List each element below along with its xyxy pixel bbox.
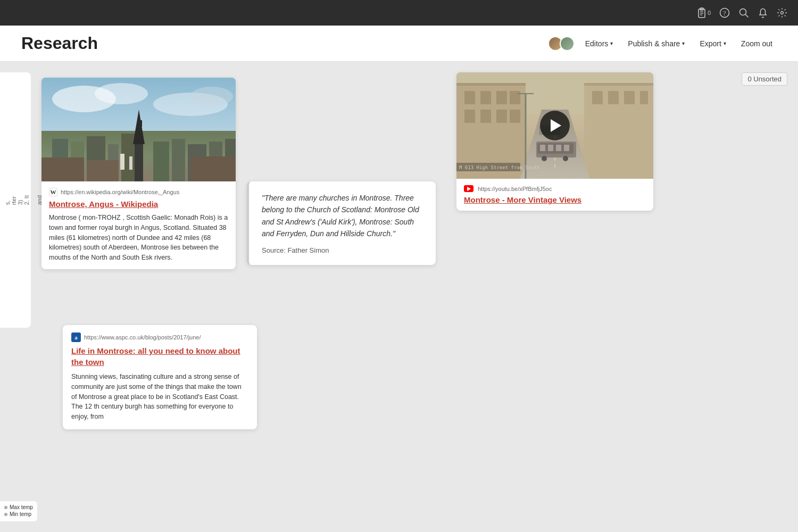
header: Research Editors ▾ Publish & share ▾ Exp…	[0, 26, 798, 62]
weather-min-label: Min temp	[10, 511, 31, 517]
svg-point-14	[190, 87, 233, 106]
svg-text:?: ?	[723, 10, 726, 17]
left-panel-text: s, rter 3) 2. It and d ut .	[4, 195, 27, 205]
export-label: Export	[700, 39, 721, 48]
svg-point-9	[781, 12, 784, 14]
wiki-description: Montrose ( mon-TROHZ , Scottish Gaelic: …	[49, 213, 228, 263]
chevron-down-icon-3: ▾	[724, 40, 726, 46]
clipboard-icon[interactable]: 0	[697, 7, 711, 18]
svg-rect-25	[172, 139, 185, 181]
video-thumbnail[interactable]: M 613 High Street from South	[456, 72, 653, 179]
weather-widget: Max temp Min temp	[0, 501, 37, 521]
svg-rect-32	[120, 154, 124, 170]
export-dropdown[interactable]: Export ▾	[695, 36, 730, 51]
weather-min-dot	[4, 513, 7, 516]
weather-max-row: Max temp	[4, 504, 33, 510]
chevron-down-icon: ▾	[610, 40, 613, 46]
editors-label: Editors	[585, 39, 609, 48]
quote-source: Source: Father Simon	[262, 246, 425, 254]
aspc-url: https://www.aspc.co.uk/blog/posts/2017/j…	[84, 334, 201, 340]
svg-text:M 613  High Street from South: M 613 High Street from South	[459, 165, 540, 170]
help-icon[interactable]: ?	[719, 7, 730, 18]
wiki-title[interactable]: Montrose, Angus - Wikipedia	[49, 200, 228, 209]
svg-rect-24	[153, 142, 169, 181]
play-button[interactable]	[540, 111, 570, 140]
wiki-card-image	[41, 78, 236, 181]
search-icon[interactable]	[738, 7, 749, 18]
aspc-card-body: a https://www.aspc.co.uk/blog/posts/2017…	[63, 325, 257, 429]
svg-rect-45	[510, 110, 520, 123]
editors-avatars	[548, 36, 575, 51]
weather-min-row: Min temp	[4, 511, 33, 517]
wiki-source-row: W https://en.wikipedia.org/wiki/Montrose…	[49, 188, 228, 196]
svg-rect-44	[496, 110, 507, 123]
quote-text: "There are many churches in Montrose. Th…	[262, 192, 425, 240]
topbar: 0 ?	[0, 0, 798, 26]
publish-label: Publish & share	[628, 39, 680, 48]
svg-rect-48	[592, 91, 603, 104]
svg-rect-33	[129, 156, 132, 170]
play-icon	[551, 119, 561, 132]
zoom-out-button[interactable]: Zoom out	[737, 36, 777, 51]
video-url: https://youtu.be/xPfBmfjJ5oc	[478, 186, 552, 192]
bell-icon[interactable]	[758, 7, 768, 18]
video-card: M 613 High Street from South https://you…	[456, 72, 653, 211]
left-panel: s, rter 3) 2. It and d ut .	[0, 72, 31, 328]
video-card-body: https://youtu.be/xPfBmfjJ5oc Montrose - …	[456, 179, 653, 211]
svg-rect-38	[464, 91, 475, 104]
svg-rect-50	[624, 91, 635, 104]
editors-dropdown[interactable]: Editors ▾	[581, 36, 618, 51]
svg-rect-37	[456, 83, 526, 86]
quote-card: "There are many churches in Montrose. Th…	[247, 181, 436, 265]
svg-rect-51	[640, 91, 648, 104]
aspc-source-row: a https://www.aspc.co.uk/blog/posts/2017…	[71, 332, 248, 342]
svg-rect-41	[510, 91, 520, 104]
svg-rect-23	[140, 120, 142, 127]
unsorted-badge[interactable]: 0 Unsorted	[742, 72, 787, 86]
svg-rect-60	[564, 145, 569, 151]
zoom-out-label: Zoom out	[741, 39, 772, 48]
svg-rect-49	[608, 91, 619, 104]
wikipedia-icon: W	[49, 188, 57, 196]
video-title[interactable]: Montrose - More Vintage Views	[464, 195, 646, 204]
svg-rect-58	[548, 145, 553, 151]
aspc-card: a https://www.aspc.co.uk/blog/posts/2017…	[63, 325, 257, 429]
svg-rect-59	[556, 145, 561, 151]
clipboard-count: 0	[708, 10, 711, 16]
svg-point-61	[542, 156, 547, 161]
weather-max-label: Max temp	[10, 504, 33, 510]
aspc-description: Stunning views, fascinating culture and …	[71, 372, 248, 422]
wikipedia-card: W https://en.wikipedia.org/wiki/Montrose…	[41, 78, 236, 269]
wiki-card-body: W https://en.wikipedia.org/wiki/Montrose…	[41, 181, 236, 269]
wiki-url: https://en.wikipedia.org/wiki/Montrose,_…	[61, 189, 228, 195]
chevron-down-icon-2: ▾	[682, 40, 685, 46]
youtube-icon	[464, 185, 473, 192]
main-canvas: 0 Unsorted s, rter 3) 2. It and d ut .	[0, 62, 798, 532]
weather-max-dot	[4, 506, 7, 509]
svg-line-8	[745, 14, 748, 17]
video-source-row: https://youtu.be/xPfBmfjJ5oc	[464, 185, 646, 192]
svg-rect-30	[87, 160, 119, 181]
svg-rect-43	[480, 110, 491, 123]
avatar-2	[560, 36, 575, 51]
youtube-play-icon	[467, 187, 471, 191]
svg-point-62	[563, 156, 568, 161]
aspc-title[interactable]: Life in Montrose: all you need to know a…	[71, 345, 248, 368]
settings-icon[interactable]	[777, 7, 787, 18]
unsorted-label: 0 Unsorted	[747, 75, 782, 83]
svg-rect-57	[540, 145, 545, 151]
aspc-icon: a	[71, 332, 81, 342]
svg-rect-31	[190, 156, 236, 181]
svg-rect-47	[584, 83, 653, 86]
svg-rect-40	[496, 91, 507, 104]
publish-share-dropdown[interactable]: Publish & share ▾	[624, 36, 689, 51]
header-actions: Editors ▾ Publish & share ▾ Export ▾ Zoo…	[548, 36, 777, 51]
svg-rect-39	[480, 91, 491, 104]
svg-rect-21	[135, 144, 143, 181]
page-title: Research	[21, 34, 98, 53]
svg-rect-29	[41, 157, 84, 181]
svg-rect-42	[464, 110, 475, 123]
svg-point-12	[95, 83, 148, 104]
